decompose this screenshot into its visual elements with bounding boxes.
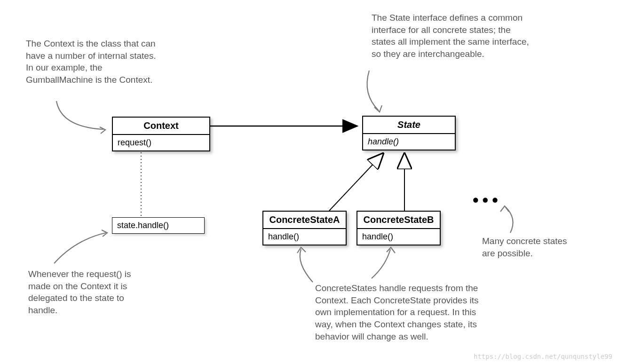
curve-context-note-head xyxy=(100,127,105,134)
watermark-text: https://blog.csdn.net/qunqunstyle99 xyxy=(474,353,612,360)
class-context: Context request() xyxy=(112,117,210,151)
annotation-many: Many concrete states are possible. xyxy=(482,235,576,259)
code-delegate: state.handle() xyxy=(112,217,205,234)
class-context-title: Context xyxy=(113,118,209,135)
curve-concrete-note-b-head xyxy=(387,247,395,253)
curve-request-note-head xyxy=(102,230,107,237)
class-concrete-b: ConcreteStateB handle() xyxy=(357,211,441,245)
curve-request-note xyxy=(54,233,106,263)
annotation-context: The Context is the class that can have a… xyxy=(26,38,162,86)
class-context-method: request() xyxy=(113,135,209,150)
annotation-state: The State interface defines a common int… xyxy=(372,12,531,60)
class-concrete-b-title: ConcreteStateB xyxy=(357,212,440,229)
curve-context-note xyxy=(56,101,103,129)
annotation-request: Whenever the request() is made on the Co… xyxy=(28,268,141,317)
class-concrete-a: ConcreteStateA handle() xyxy=(262,211,347,245)
class-state-method: handle() xyxy=(363,134,455,150)
arrow-concreteA-inherit xyxy=(329,153,383,211)
curve-many-note xyxy=(506,207,513,233)
class-concrete-b-method: handle() xyxy=(357,229,440,245)
class-state: State handle() xyxy=(362,116,456,150)
curve-state-note xyxy=(367,71,379,111)
class-concrete-a-title: ConcreteStateA xyxy=(263,212,346,229)
ellipsis-icon: ••• xyxy=(473,190,502,210)
class-state-title: State xyxy=(363,117,455,134)
curve-concrete-note-a-head xyxy=(297,247,306,253)
class-concrete-a-method: handle() xyxy=(263,229,346,245)
curve-concrete-note-a xyxy=(300,249,313,282)
curve-concrete-note-b xyxy=(372,249,390,278)
annotation-concrete: ConcreteStates handle requests from the … xyxy=(315,282,494,342)
curve-state-note-head xyxy=(374,105,382,112)
